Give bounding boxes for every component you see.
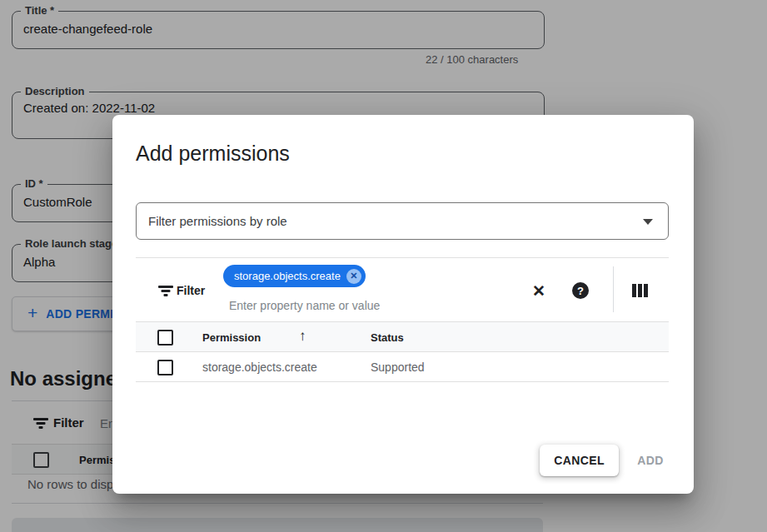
table-row[interactable]: storage.objects.create Supported [136,352,669,382]
dialog-filter-input[interactable]: Enter property name or value [229,299,380,312]
column-display-options-icon[interactable] [632,284,648,297]
dialog-title: Add permissions [136,142,290,166]
sort-ascending-icon[interactable]: ↑ [299,328,306,345]
dialog-filter-label: Filter [177,284,205,297]
filter-icon [158,286,173,296]
chip-close-icon[interactable]: ✕ [346,269,361,284]
column-status[interactable]: Status [371,331,404,344]
row-permission: storage.objects.create [202,360,317,374]
toolbar-divider [136,257,669,258]
toolbar-vertical-divider [613,266,614,312]
screen: Title * create-changefeed-role 22 / 100 … [0,0,767,532]
column-permission[interactable]: Permission [202,331,261,344]
help-icon[interactable]: ? [571,281,590,300]
row-status: Supported [371,360,425,374]
select-all-checkbox[interactable] [157,330,173,346]
add-permissions-dialog: Add permissions Filter permissions by ro… [112,115,694,494]
row-checkbox[interactable] [157,360,173,375]
role-select-placeholder: Filter permissions by role [148,214,287,228]
clear-filters-icon[interactable]: ✕ [530,281,548,300]
filter-chip-label: storage.objects.create [234,270,341,282]
add-button[interactable]: ADD [617,446,684,475]
filter-permissions-by-role-select[interactable]: Filter permissions by role [136,202,669,240]
cancel-button[interactable]: CANCEL [540,445,619,476]
dialog-table-header: Permission ↑ Status [136,321,669,352]
filter-chip[interactable]: storage.objects.create ✕ [223,265,366,287]
chevron-down-icon [643,219,653,225]
